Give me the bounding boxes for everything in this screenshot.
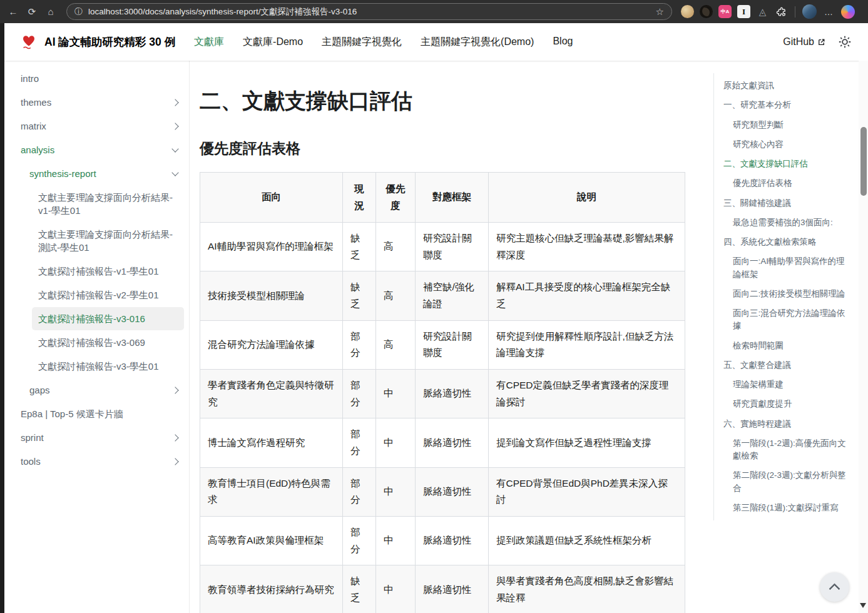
reader-extension-icon[interactable]: I xyxy=(737,5,750,18)
toc-item-5[interactable]: 優先度評估表格 xyxy=(723,177,851,190)
refresh-icon[interactable]: ⟳ xyxy=(24,4,40,20)
scrollbar-thumb[interactable] xyxy=(860,127,867,196)
profile-avatar[interactable] xyxy=(802,4,817,19)
column-header: 優先度 xyxy=(376,173,416,223)
sidebar-item-1[interactable]: themes xyxy=(14,91,184,114)
table-cell: 高 xyxy=(376,320,416,369)
sidebar-item-5[interactable]: 文獻主要理論支撐面向分析結果-v1-學生01 xyxy=(32,186,184,222)
page-title: 二、文獻支撐缺口評估 xyxy=(200,87,713,116)
sidebar-item-label: Ep8a | Top-5 候選卡片牆 xyxy=(21,407,178,420)
table-cell: 高 xyxy=(376,271,416,320)
github-link[interactable]: GitHub xyxy=(783,36,825,48)
table-cell: 混合研究方法論理論依據 xyxy=(200,320,343,369)
table-cell: 部分 xyxy=(343,516,376,565)
table-cell: 有CPED背景但EdD與PhD差異未深入探討 xyxy=(489,467,685,516)
sidebar-item-10[interactable]: 文獻探討補強報告-v3-069 xyxy=(32,331,184,354)
table-row: 學者實踐者角色定義與特徵研究部分中脈絡適切性有CPED定義但缺乏學者實踐者的深度… xyxy=(200,369,685,418)
toc-item-17[interactable]: 第一階段(1-2週):高優先面向文獻檢索 xyxy=(723,437,851,463)
column-header: 對應框架 xyxy=(416,173,489,223)
toc-item-11[interactable]: 面向三:混合研究方法論理論依據 xyxy=(723,307,851,333)
url-text[interactable]: localhost:3000/docs/analysis/synthesis-r… xyxy=(88,6,650,18)
table-row: 高等教育AI政策與倫理框架部分中脈絡適切性提到政策議題但缺乏系統性框架分析 xyxy=(200,516,685,565)
sidebar-item-label: gaps xyxy=(29,383,168,397)
home-icon[interactable]: ⌂ xyxy=(43,4,59,20)
page-scrollbar[interactable] xyxy=(859,61,868,613)
site-info-icon[interactable]: ⓘ xyxy=(74,6,83,18)
table-cell: 技術接受模型相關理論 xyxy=(200,271,343,320)
toc-item-3[interactable]: 研究核心內容 xyxy=(723,138,851,151)
table-cell: 高 xyxy=(376,223,416,271)
toc-item-19[interactable]: 第三階段(1週):文獻探討重寫 xyxy=(723,502,851,514)
triangle-extension-icon[interactable]: ◬ xyxy=(756,5,769,18)
toc-item-4[interactable]: 二、文獻支撐缺口評估 xyxy=(723,158,851,170)
table-cell: AI輔助學習與寫作的理論框架 xyxy=(200,223,343,271)
sidebar-item-6[interactable]: 文獻主要理論支撐面向分析結果-測試-學生01 xyxy=(32,223,184,259)
nav-link-1[interactable]: 文獻庫-Demo xyxy=(243,36,303,49)
toc-item-14[interactable]: 理論架構重建 xyxy=(723,378,851,391)
table-row: 混合研究方法論理論依據部分高研究設計關聯度研究提到使用解釋性順序設計,但缺乏方法… xyxy=(200,320,685,369)
chevron-right-icon xyxy=(171,434,178,441)
toc-item-8[interactable]: 四、系統化文獻檢索策略 xyxy=(723,236,851,248)
toc-item-0[interactable]: 原始文獻資訊 xyxy=(723,79,851,92)
scrollbar-down-arrow-icon[interactable] xyxy=(860,603,866,608)
moon-extension-icon[interactable] xyxy=(700,5,713,18)
table-cell: 教育領導者技術採納行為研究 xyxy=(200,565,343,613)
toc-item-12[interactable]: 檢索時間範圍 xyxy=(723,340,851,352)
site-navbar: AI 論文輔助研究精彩 30 例 文獻庫文獻庫-Demo主題關鍵字視覺化主題關鍵… xyxy=(4,23,868,61)
toc-item-1[interactable]: 一、研究基本分析 xyxy=(723,99,851,111)
toc-item-2[interactable]: 研究類型判斷 xyxy=(723,119,851,131)
nav-link-2[interactable]: 主題關鍵字視覺化 xyxy=(322,36,402,49)
sidebar-item-15[interactable]: tools xyxy=(14,450,184,473)
sidebar-item-3[interactable]: analysis xyxy=(14,138,184,161)
section-heading: 優先度評估表格 xyxy=(200,139,713,158)
sidebar-item-9[interactable]: 文獻探討補強報告-v3-016 xyxy=(32,307,184,330)
translate-extension-icon[interactable]: 中A xyxy=(718,5,732,18)
doc-content: 二、文獻支撐缺口評估 優先度評估表格 面向現況優先度對應框架說明 AI輔助學習與… xyxy=(190,61,713,613)
back-icon[interactable]: ← xyxy=(5,4,21,20)
sidebar-item-label: 文獻探討補強報告-v3-016 xyxy=(38,312,178,325)
toc-item-15[interactable]: 研究貢獻度提升 xyxy=(723,398,851,410)
sidebar-item-0[interactable]: intro xyxy=(14,67,184,90)
toc-item-9[interactable]: 面向一:AI輔助學習與寫作的理論框架 xyxy=(723,255,851,281)
toc-item-16[interactable]: 六、實施時程建議 xyxy=(723,418,851,430)
copilot-icon[interactable] xyxy=(841,5,855,19)
toc-item-7[interactable]: 最急迫需要補強的3個面向: xyxy=(723,216,851,229)
table-cell: 研究提到使用解釋性順序設計,但缺乏方法論理論支撐 xyxy=(489,320,685,369)
sidebar-item-11[interactable]: 文獻探討補強報告-v3-學生01 xyxy=(32,355,184,378)
table-cell: 缺乏 xyxy=(343,271,376,320)
extension-row: 中A I ◬ … xyxy=(681,4,855,19)
sidebar-item-7[interactable]: 文獻探討補強報告-v1-學生01 xyxy=(32,260,184,283)
table-cell: 有CPED定義但缺乏學者實踐者的深度理論探討 xyxy=(489,369,685,418)
sidebar-item-12[interactable]: gaps xyxy=(23,378,184,402)
toc-item-13[interactable]: 五、文獻整合建議 xyxy=(723,359,851,372)
nav-link-4[interactable]: Blog xyxy=(553,36,573,49)
sidebar-item-2[interactable]: matrix xyxy=(14,114,184,138)
sidebar-item-13[interactable]: Ep8a | Top-5 候選卡片牆 xyxy=(14,402,184,425)
address-bar[interactable]: ⓘ localhost:3000/docs/analysis/synthesis… xyxy=(66,3,672,20)
nav-link-3[interactable]: 主題關鍵字視覺化(Demo) xyxy=(421,36,534,49)
browser-menu-icon[interactable]: … xyxy=(822,5,835,18)
sidebar-item-4[interactable]: synthesis-report xyxy=(23,162,184,185)
extensions-puzzle-icon[interactable] xyxy=(775,5,788,18)
theme-toggle-sun-icon[interactable] xyxy=(838,35,852,49)
table-cell: 脈絡適切性 xyxy=(416,418,489,467)
nav-link-0[interactable]: 文獻庫 xyxy=(194,36,224,49)
navbar-right: GitHub xyxy=(783,35,852,49)
toc-item-10[interactable]: 面向二:技術接受模型相關理論 xyxy=(723,288,851,300)
toolbar-divider xyxy=(795,6,795,18)
toc-item-18[interactable]: 第二階段(2-3週):文獻分析與整合 xyxy=(723,469,851,495)
bookmark-star-icon[interactable]: ☆ xyxy=(656,6,664,18)
site-brand[interactable]: AI 論文輔助研究精彩 30 例 xyxy=(19,33,175,51)
avatar-extension-icon[interactable] xyxy=(681,5,694,18)
table-cell: 與學者實踐者角色高度相關,缺乏會影響結果詮釋 xyxy=(489,565,685,613)
chevron-up-icon xyxy=(829,583,840,594)
sidebar-item-14[interactable]: sprint xyxy=(14,426,184,449)
sidebar-item-8[interactable]: 文獻探討補強報告-v2-學生01 xyxy=(32,283,184,306)
table-cell: 提到政策議題但缺乏系統性框架分析 xyxy=(489,516,685,565)
table-cell: 研究主題核心但缺乏理論基礎,影響結果解釋深度 xyxy=(489,223,685,271)
table-cell: 部分 xyxy=(343,418,376,467)
toc-item-6[interactable]: 三、關鍵補強建議 xyxy=(723,197,851,210)
sidebar-item-label: matrix xyxy=(21,119,168,133)
chevron-right-icon xyxy=(171,458,178,465)
scroll-to-top-button[interactable] xyxy=(820,572,849,602)
